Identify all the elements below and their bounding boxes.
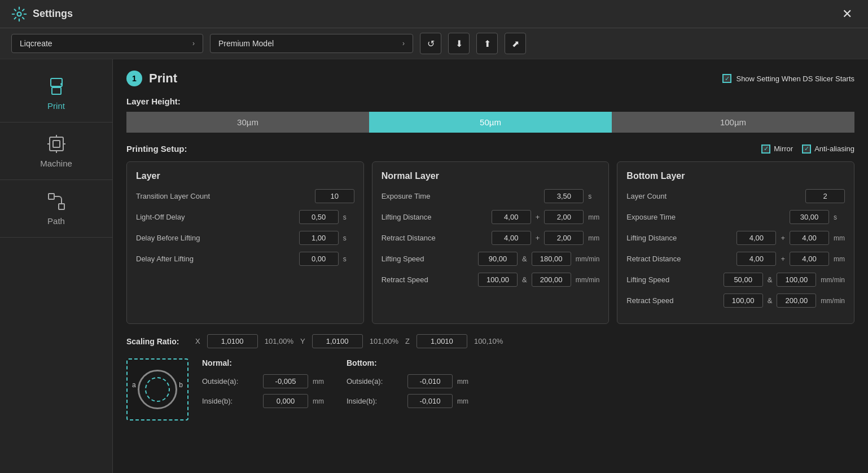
export-button[interactable]: ⬆ <box>476 33 498 54</box>
nl-lifting-speed-input2[interactable] <box>532 252 571 266</box>
brand-chevron-icon: › <box>192 40 195 47</box>
preview-label-b: b <box>179 381 183 389</box>
nl-lifting-speed-unit: mm/min <box>576 255 600 263</box>
delay-before-lifting-input[interactable] <box>299 231 339 245</box>
bl-exposure-input[interactable] <box>790 210 829 224</box>
svg-rect-10 <box>49 194 54 199</box>
layer-card-title: Layer <box>136 171 354 181</box>
model-dropdown[interactable]: Premium Model › <box>210 34 413 53</box>
bl-lifting-dist-label: Lifting Distance <box>626 234 732 242</box>
show-setting-row[interactable]: Show Setting When DS Slicer Starts <box>722 74 854 83</box>
scaling-y-input[interactable] <box>312 334 363 348</box>
sidebar-item-print[interactable]: Print <box>0 65 112 122</box>
cards-row: Layer Transition Layer Count Light-Off D… <box>126 161 854 324</box>
delay-after-lifting-input[interactable] <box>299 252 339 266</box>
bl-lifting-speed-input1[interactable] <box>724 273 763 287</box>
brand-dropdown-label: Liqcreate <box>20 39 52 48</box>
scaling-x-pct: 101,00% <box>265 337 293 345</box>
bl-retract-speed-input1[interactable] <box>724 294 763 308</box>
bl-lifting-speed-input2[interactable] <box>777 273 816 287</box>
nl-lifting-speed-label: Lifting Speed <box>382 255 474 263</box>
svg-rect-1 <box>51 78 62 86</box>
compensation-group: Normal: Outside(a): mm Inside(b): mm Bot… <box>202 358 468 414</box>
layer-height-100[interactable]: 100µm <box>612 112 854 133</box>
bl-lifting-dist-input1[interactable] <box>737 231 776 245</box>
nl-lifting-dist-row: Lifting Distance + mm <box>382 210 600 224</box>
bl-count-input[interactable] <box>805 189 845 203</box>
svg-rect-4 <box>50 137 63 151</box>
sidebar-item-machine[interactable]: Machine <box>0 122 112 180</box>
import-icon: ⬇ <box>455 38 463 49</box>
nl-retract-dist-input2[interactable] <box>544 231 584 245</box>
scaling-x-input[interactable] <box>207 334 258 348</box>
bottom-inside-input[interactable] <box>407 394 453 408</box>
path-icon <box>46 191 67 212</box>
printing-setup-label: Printing Setup: <box>126 144 187 154</box>
normal-outside-input[interactable] <box>263 374 308 388</box>
sidebar-item-path[interactable]: Path <box>0 180 112 238</box>
nl-retract-speed-sep: & <box>522 275 527 284</box>
normal-inside-label: Inside(b): <box>202 397 258 405</box>
layer-height-30[interactable]: 30µm <box>126 112 369 133</box>
reset-button[interactable]: ↺ <box>420 33 441 54</box>
bl-retract-dist-label: Retract Distance <box>626 255 732 263</box>
nl-lifting-dist-input2[interactable] <box>544 210 584 224</box>
reset-icon: ↺ <box>427 38 435 49</box>
show-setting-checkbox[interactable] <box>722 74 731 83</box>
bl-retract-dist-input2[interactable] <box>790 252 829 266</box>
normal-inside-input[interactable] <box>263 394 308 408</box>
scaling-y-pct: 101,00% <box>370 337 398 345</box>
scaling-z-input[interactable] <box>417 334 467 348</box>
print-icon <box>46 76 67 97</box>
mirror-option[interactable]: Mirror <box>761 144 793 154</box>
export-icon: ⬆ <box>484 38 491 49</box>
normal-outside-label: Outside(a): <box>202 377 258 386</box>
bottom-inside-label: Inside(b): <box>347 397 403 405</box>
bottom-inside-unit: mm <box>457 397 468 405</box>
svg-point-0 <box>17 12 21 16</box>
nl-lifting-speed-input1[interactable] <box>478 252 518 266</box>
model-chevron-icon: › <box>402 40 405 47</box>
nl-retract-speed-input1[interactable] <box>478 273 518 287</box>
nl-retract-dist-sep: + <box>536 234 540 242</box>
share-button[interactable]: ⬈ <box>505 33 526 54</box>
bl-exposure-row: Exposure Time s <box>626 210 845 224</box>
bottom-outside-row: Outside(a): mm <box>347 374 468 388</box>
bottom-comp-title: Bottom: <box>347 358 468 367</box>
printing-setup-header: Printing Setup: Mirror Anti-aliasing <box>126 144 854 154</box>
bl-retract-dist-row: Retract Distance + mm <box>626 252 845 266</box>
close-button[interactable]: ✕ <box>838 5 857 24</box>
nl-lifting-dist-sep: + <box>536 213 540 221</box>
scaling-z-pct: 100,10% <box>474 337 503 345</box>
anti-aliasing-option[interactable]: Anti-aliasing <box>802 144 854 154</box>
bl-retract-speed-sep: & <box>768 296 773 305</box>
nl-exposure-input[interactable] <box>544 189 584 203</box>
mirror-checkbox[interactable] <box>761 144 770 154</box>
anti-aliasing-checkbox[interactable] <box>802 144 811 154</box>
layer-height-buttons: 30µm 50µm 100µm <box>126 112 854 133</box>
light-off-delay-input[interactable] <box>299 210 339 224</box>
content-area: 1 Print Show Setting When DS Slicer Star… <box>113 59 868 473</box>
nl-retract-speed-input2[interactable] <box>532 273 571 287</box>
bottom-outside-label: Outside(a): <box>347 377 403 386</box>
nl-lifting-dist-input1[interactable] <box>492 210 531 224</box>
brand-dropdown[interactable]: Liqcreate › <box>11 34 203 53</box>
svg-rect-5 <box>53 141 60 147</box>
bl-lifting-speed-sep: & <box>768 275 773 284</box>
import-button[interactable]: ⬇ <box>448 33 470 54</box>
bl-lifting-dist-sep: + <box>781 234 785 242</box>
bl-lifting-dist-input2[interactable] <box>790 231 829 245</box>
nl-retract-speed-row: Retract Speed & mm/min <box>382 273 600 287</box>
layer-height-50[interactable]: 50µm <box>369 112 612 133</box>
bottom-outside-input[interactable] <box>407 374 453 388</box>
transition-layer-row: Transition Layer Count <box>136 189 354 203</box>
transition-layer-input[interactable] <box>315 189 354 203</box>
nl-retract-dist-input1[interactable] <box>492 231 531 245</box>
bl-retract-dist-unit: mm <box>834 255 845 263</box>
nl-lifting-dist-label: Lifting Distance <box>382 213 487 221</box>
bl-count-label: Layer Count <box>626 192 801 200</box>
section-number: 1 <box>126 71 142 86</box>
delay-after-lifting-row: Delay After Lifting s <box>136 252 354 266</box>
bl-retract-dist-input1[interactable] <box>737 252 776 266</box>
bl-retract-speed-input2[interactable] <box>777 294 816 308</box>
